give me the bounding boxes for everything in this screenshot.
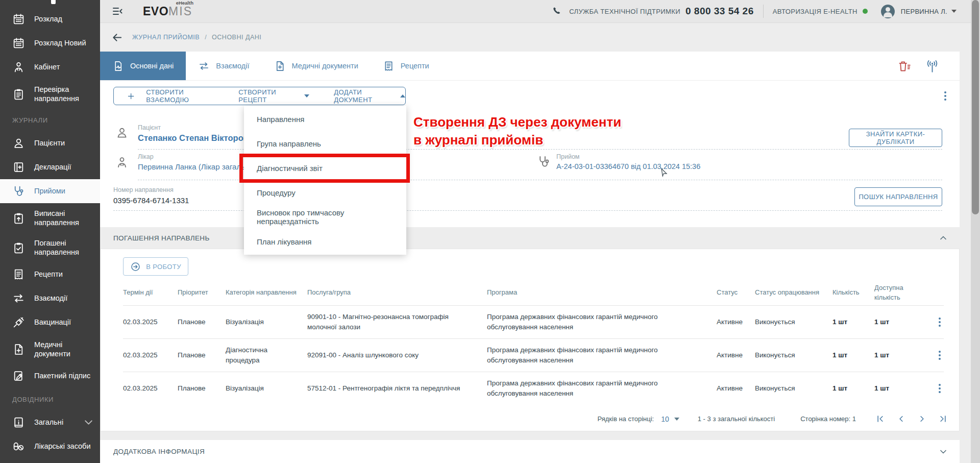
stethoscope-icon bbox=[12, 185, 25, 198]
sidebar-item-patients[interactable]: Пацієнти bbox=[0, 131, 100, 155]
sidebar-item-prescriptions[interactable]: Рецепти bbox=[0, 262, 100, 286]
caret-up-icon bbox=[400, 94, 405, 98]
doctor-value[interactable]: Первинна Ланка (Лікар загальної bbox=[138, 162, 256, 171]
last-page-icon[interactable] bbox=[938, 414, 948, 424]
sidebar: Розклад Розклад Новий Кабінет Перевірка … bbox=[0, 0, 100, 463]
app-window: Розклад Розклад Новий Кабінет Перевірка … bbox=[0, 0, 980, 463]
referral-number-label: Номер направлення bbox=[113, 186, 174, 193]
sidebar-item-medical-documents[interactable]: Медичні документи bbox=[0, 334, 100, 364]
sidebar-item-schedule[interactable]: Розклад bbox=[0, 7, 100, 31]
collapse-sidebar-icon[interactable] bbox=[111, 5, 124, 17]
sidebar-item-medicines[interactable]: Лікарські засоби bbox=[0, 434, 100, 458]
rows-per-page-select[interactable]: 10 bbox=[661, 415, 669, 423]
patient-label: Пацієнт bbox=[138, 124, 161, 131]
delete-icon[interactable] bbox=[897, 59, 911, 73]
sidebar-item-vaccinations[interactable]: Вакцинації bbox=[0, 310, 100, 334]
vertical-scrollbar[interactable] bbox=[971, 0, 980, 463]
sidebar-item-general[interactable]: Загальні bbox=[0, 410, 100, 434]
chevron-down-icon[interactable] bbox=[938, 447, 948, 457]
tab-prescriptions[interactable]: Рецепти bbox=[371, 52, 442, 80]
transfer-icon bbox=[12, 292, 25, 305]
find-duplicates-button[interactable]: ЗНАЙТИ КАРТКИ-ДУБЛІКАТИ bbox=[849, 129, 942, 147]
sidebar-item-issued-referrals[interactable]: Виписані направлення bbox=[0, 203, 100, 233]
table-row[interactable]: 02.03.2025 Планове Візуалізація 90901-10… bbox=[123, 305, 944, 338]
sidebar-item-redeemed-referrals[interactable]: Погашені направлення bbox=[0, 233, 100, 262]
create-interaction-button[interactable]: СТВОРИТИ ВЗАЄМОДІЮ bbox=[146, 88, 220, 104]
sidebar-item-schedule-new[interactable]: Розклад Новий bbox=[0, 31, 100, 55]
row-actions-icon[interactable] bbox=[939, 318, 941, 327]
user-menu-caret-icon[interactable] bbox=[951, 10, 957, 13]
declarations-icon bbox=[12, 161, 25, 174]
evomis-logo: EVOMIS eHealth bbox=[143, 5, 192, 18]
menu-item-disability-conclusion[interactable]: Висновок про тимчасову непрацездатність bbox=[244, 205, 406, 229]
row-actions-icon[interactable] bbox=[939, 351, 941, 360]
menu-item-referral-group[interactable]: Група направлень bbox=[244, 131, 406, 156]
first-page-icon[interactable] bbox=[875, 414, 885, 424]
tab-interactions[interactable]: Взаємодії bbox=[186, 52, 261, 80]
document-plus-icon bbox=[12, 343, 25, 356]
next-page-icon[interactable] bbox=[917, 414, 927, 424]
scrollbar-thumb[interactable] bbox=[972, 0, 979, 214]
support-label: СЛУЖБА ТЕХНІЧНОЇ ПІДТРИМКИ bbox=[569, 8, 680, 15]
redemption-section-title: ПОГАШЕННЯ НАПРАВЛЕНЬ bbox=[113, 234, 210, 242]
book-info-icon bbox=[12, 416, 25, 429]
stethoscope-icon bbox=[537, 155, 551, 168]
tab-medical-documents[interactable]: Медичні документи bbox=[262, 52, 371, 80]
table-row[interactable]: 02.03.2025 Планове Візуалізація 57512-01… bbox=[123, 372, 944, 405]
sidebar-item-interactions[interactable]: Взаємодії bbox=[0, 286, 100, 310]
rows-per-page-caret-icon[interactable] bbox=[674, 418, 679, 421]
menu-item-referral[interactable]: Направлення bbox=[244, 107, 406, 131]
tab-main-data[interactable]: Основні дані bbox=[100, 52, 186, 80]
sidebar-item-referral-check[interactable]: Перевірка направлення bbox=[0, 79, 100, 109]
clipped-sidebar-icon bbox=[51, 0, 56, 4]
sidebar-item-cabinet[interactable]: Кабінет bbox=[0, 55, 100, 79]
sidebar-item-medical-partial[interactable]: Медичні bbox=[0, 458, 100, 463]
visit-value[interactable]: A-24-03-01-03364670 від 01.03.2024 15:36 bbox=[556, 162, 700, 170]
broadcast-icon[interactable] bbox=[925, 59, 939, 73]
sidebar-item-batch-signature[interactable]: Пакетний підпис bbox=[0, 364, 100, 388]
breadcrumb-journal-link[interactable]: ЖУРНАЛ ПРИЙОМІВ bbox=[132, 34, 200, 41]
menu-item-diagnostic-report[interactable]: Діагностичний звіт bbox=[244, 156, 406, 180]
pagination: Рядків на сторінці: 10 1 - 3 з загальної… bbox=[597, 414, 948, 424]
top-bar: EVOMIS eHealth СЛУЖБА ТЕХНІЧНОЇ ПІДТРИМК… bbox=[100, 0, 971, 23]
sidebar-section-directories: ДОВІДНИКИ bbox=[0, 388, 100, 410]
menu-item-procedure[interactable]: Процедуру bbox=[244, 180, 406, 205]
chevron-up-icon[interactable] bbox=[938, 233, 948, 243]
patient-name-link[interactable]: Степанко Степан Вікторович bbox=[138, 133, 259, 143]
calendar-icon bbox=[12, 37, 25, 50]
arrow-circle-icon bbox=[130, 261, 141, 272]
create-prescription-button[interactable]: СТВОРИТИ РЕЦЕПТ bbox=[238, 88, 309, 104]
dashed-divider bbox=[113, 210, 942, 211]
back-arrow-icon[interactable] bbox=[111, 32, 123, 43]
phone-icon bbox=[552, 6, 562, 16]
menu-item-treatment-plan[interactable]: План лікування bbox=[244, 229, 406, 254]
ehealth-auth-label: АВТОРИЗАЦІЯ E-HEALTH bbox=[773, 8, 857, 15]
user-name[interactable]: ПЕРВИННА Л. bbox=[901, 8, 947, 15]
previous-page-icon[interactable] bbox=[896, 414, 906, 424]
sidebar-item-declarations[interactable]: Декларації bbox=[0, 155, 100, 179]
auth-status-dot bbox=[863, 9, 868, 14]
referrals-table: Термін дії Пріоритет Категорія направлен… bbox=[123, 280, 944, 405]
avatar[interactable] bbox=[881, 5, 895, 18]
page-number: Сторінка номер: 1 bbox=[800, 415, 856, 423]
additional-info-section-header[interactable]: ДОДАТКОВА ІНФОРМАЦІЯ bbox=[100, 440, 960, 463]
sidebar-section-journals: ЖУРНАЛИ bbox=[0, 109, 100, 131]
row-actions-icon[interactable] bbox=[939, 384, 941, 393]
person-icon bbox=[12, 137, 25, 150]
more-options-icon[interactable] bbox=[944, 91, 946, 101]
breadcrumb: ЖУРНАЛ ПРИЙОМІВ / ОСНОВНІ ДАНІ bbox=[100, 23, 971, 52]
action-toolbar: СТВОРИТИ ВЗАЄМОДІЮ СТВОРИТИ РЕЦЕПТ ДОДАТ… bbox=[113, 87, 406, 105]
table-row[interactable]: 02.03.2025 Планове Діагностична процедур… bbox=[123, 338, 944, 372]
plus-icon bbox=[127, 92, 135, 101]
receipt-icon bbox=[12, 268, 25, 281]
search-referral-button[interactable]: ПОШУК НАПРАВЛЕННЯ bbox=[854, 187, 942, 206]
add-document-button[interactable]: ДОДАТИ ДОКУМЕНТ bbox=[334, 88, 405, 104]
add-document-dropdown: Направлення Група направлень Діагностичн… bbox=[244, 106, 406, 255]
document-plus-icon bbox=[274, 60, 286, 72]
to-work-button[interactable]: В РОБОТУ bbox=[123, 257, 188, 276]
redemption-section-header[interactable]: ПОГАШЕННЯ НАПРАВЛЕНЬ bbox=[100, 227, 960, 249]
pills-icon bbox=[12, 440, 25, 453]
doctor-label: Лікар bbox=[138, 153, 154, 160]
sidebar-item-appointments[interactable]: Прийоми bbox=[0, 179, 100, 203]
pagination-range: 1 - 3 з загальної кількості bbox=[698, 415, 775, 423]
